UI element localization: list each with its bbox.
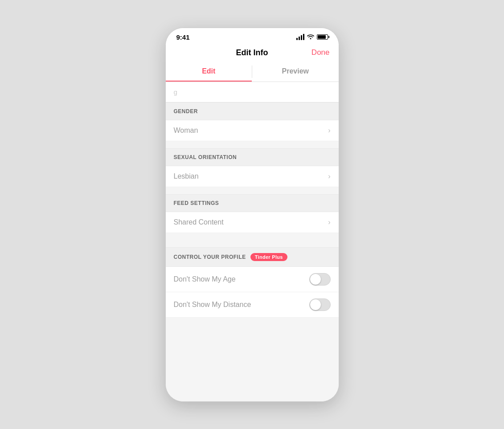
gender-chevron-icon: › [328,127,330,135]
dont-show-distance-item: Don't Show My Distance [166,292,339,318]
battery-fill [318,35,326,39]
signal-bar-3 [301,35,302,40]
wifi-icon [307,34,314,41]
control-profile-section-header: CONTROL YOUR PROFILE Tinder Plus [166,247,339,267]
sexual-orientation-item[interactable]: Lesbian › [166,166,339,187]
dont-show-age-toggle-thumb [310,274,321,285]
battery-icon [317,34,328,40]
shared-content-chevron-icon: › [328,218,330,226]
feed-settings-section-header: FEED SETTINGS [166,194,339,212]
shared-content-value: Shared Content [174,218,224,226]
gender-section-header: GENDER [166,102,339,120]
page-title: Edit Info [236,48,268,57]
signal-bar-2 [299,37,300,40]
dont-show-distance-label: Don't Show My Distance [174,301,251,309]
sexual-orientation-chevron-icon: › [328,172,330,180]
dont-show-age-item: Don't Show My Age [166,267,339,292]
tab-edit[interactable]: Edit [166,62,252,82]
bottom-spacer [166,318,339,335]
shared-content-item[interactable]: Shared Content › [166,212,339,233]
spacer-3 [166,233,339,240]
content-area: g GENDER Woman › SEXUAL ORIENTATION Lesb… [166,82,339,401]
gender-value: Woman [174,127,198,135]
tab-preview[interactable]: Preview [252,62,339,82]
status-bar: 9:41 [166,28,339,44]
gender-item[interactable]: Woman › [166,120,339,141]
scroll-hint: g [166,82,339,102]
status-icons [296,34,328,41]
sexual-orientation-value: Lesbian [174,172,199,180]
spacer-4 [166,240,339,247]
spacer-1 [166,141,339,148]
signal-bar-4 [303,34,304,40]
control-profile-label: CONTROL YOUR PROFILE [174,254,246,260]
spacer-2 [166,187,339,194]
done-button[interactable]: Done [311,48,330,57]
dont-show-distance-toggle[interactable] [309,298,331,311]
nav-bar: Edit Info Done [166,44,339,62]
dont-show-age-label: Don't Show My Age [174,275,236,283]
phone-frame: 9:41 Edit Info Done [165,28,339,402]
signal-bar-1 [296,38,298,40]
signal-bars-icon [296,34,304,40]
tab-bar: Edit Preview [166,62,339,82]
dont-show-age-toggle[interactable] [309,273,331,286]
sexual-orientation-section-header: SEXUAL ORIENTATION [166,148,339,166]
tinder-plus-badge[interactable]: Tinder Plus [250,253,287,261]
status-time: 9:41 [176,33,190,41]
dont-show-distance-toggle-thumb [310,299,321,310]
